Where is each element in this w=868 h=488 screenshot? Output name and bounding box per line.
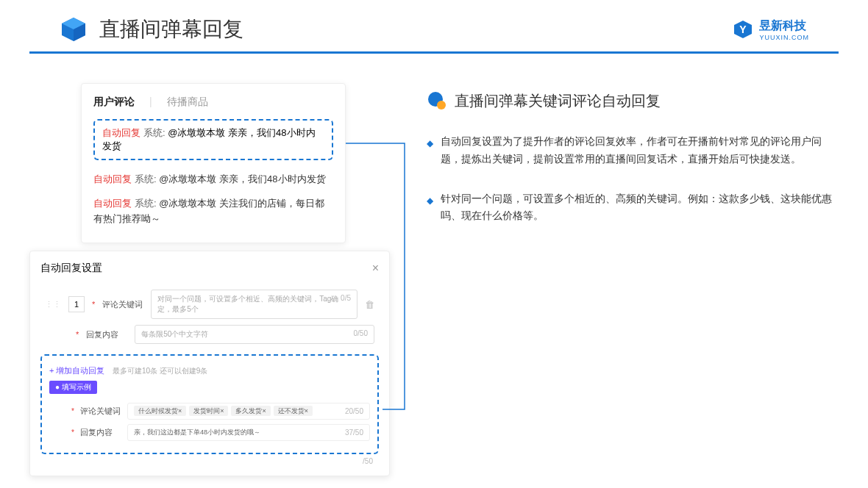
screenshot-panel: 用户评论 | 待播商品 自动回复系统: @冰墩墩本墩 亲亲，我们48小时内发货 … bbox=[29, 83, 397, 476]
example-keyword-input[interactable]: 什么时候发货×发货时间×多久发货×还不发货× 20/50 bbox=[127, 403, 370, 420]
auto-reply-tag: 自动回复 bbox=[93, 173, 132, 184]
comment-row: 自动回复系统: @冰墩墩本墩 关注我们的店铺，每日都有热门推荐呦～ bbox=[93, 192, 333, 232]
diamond-icon: ◆ bbox=[427, 136, 433, 168]
system-label: 系统: bbox=[135, 173, 157, 184]
settings-card: 自动回复设置 × ⋮⋮ 1 * 评论关键词 对同一个问题，可设置多个相近、高频的… bbox=[29, 251, 390, 476]
reply-input[interactable]: 每条限50个中文字符 0/50 bbox=[135, 325, 374, 344]
item-number: 1 bbox=[68, 296, 85, 312]
logo-icon: Y bbox=[733, 19, 753, 40]
required-star: * bbox=[71, 407, 74, 415]
example-reply-text: 亲，我们这边都是下单48小时内发货的哦～ bbox=[134, 428, 260, 437]
example-section: + 增加自动回复 最多可建10条 还可以创建9条 ● 填写示例 * 评论关键词 … bbox=[40, 354, 379, 454]
keyword-label: 评论关键词 bbox=[102, 299, 143, 310]
drag-handle-icon[interactable]: ⋮⋮ bbox=[45, 300, 61, 309]
bullet-point: ◆ 自动回复设置为了提升作者的评论回复效率，作者可在开播前针对常见的评论用户问题… bbox=[427, 133, 839, 168]
diamond-icon: ◆ bbox=[427, 193, 433, 226]
auto-reply-tag: 自动回复 bbox=[93, 198, 132, 209]
description-panel: 直播间弹幕关键词评论自动回复 ◆ 自动回复设置为了提升作者的评论回复效率，作者可… bbox=[427, 83, 839, 476]
bullet-point: ◆ 针对同一个问题，可设置多个相近的、高频的关键词。例如：这款多少钱、这块能优惠… bbox=[427, 190, 839, 226]
system-label: 系统: bbox=[135, 198, 157, 209]
comment-row: 自动回复系统: @冰墩墩本墩 亲亲，我们48小时内发货 bbox=[93, 168, 333, 192]
page-title: 直播间弹幕回复 bbox=[99, 15, 733, 43]
keyword-chip[interactable]: 发货时间× bbox=[189, 406, 228, 416]
auto-reply-tag: 自动回复 bbox=[102, 127, 140, 138]
bullet-text: 自动回复设置为了提升作者的评论回复效率，作者可在开播前针对常见的评论用户问题，提… bbox=[441, 133, 839, 168]
settings-title: 自动回复设置 bbox=[40, 262, 102, 275]
add-reply-hint: 最多可建10条 还可以创建9条 bbox=[113, 367, 207, 375]
required-star: * bbox=[71, 428, 74, 437]
add-reply-link[interactable]: + 增加自动回复 bbox=[49, 366, 104, 375]
char-counter: 0/50 bbox=[354, 329, 368, 340]
tab-user-comments[interactable]: 用户评论 bbox=[93, 96, 135, 109]
tab-divider: | bbox=[149, 96, 152, 109]
cube-icon bbox=[59, 15, 88, 44]
reply-label: 回复内容 bbox=[86, 329, 127, 340]
highlighted-comment: 自动回复系统: @冰墩墩本墩 亲亲，我们48小时内发货 bbox=[93, 119, 333, 160]
keyword-input[interactable]: 对同一个问题，可设置多个相近、高频的关键词，Tag确定，最多5个 0/5 bbox=[151, 290, 357, 319]
brand-logo: Y 昱新科技 YUUXIN.COM bbox=[733, 18, 809, 41]
example-reply-input[interactable]: 亲，我们这边都是下单48小时内发货的哦～ 37/50 bbox=[127, 424, 370, 441]
close-icon[interactable]: × bbox=[372, 262, 379, 275]
placeholder-text: 每条限50个中文字符 bbox=[141, 329, 208, 340]
char-counter: 37/50 bbox=[345, 428, 363, 437]
placeholder-text: 对同一个问题，可设置多个相近、高频的关键词，Tag确定，最多5个 bbox=[157, 294, 341, 315]
comment-card: 用户评论 | 待播商品 自动回复系统: @冰墩墩本墩 亲亲，我们48小时内发货 … bbox=[81, 83, 346, 243]
outer-counter: /50 bbox=[40, 454, 379, 465]
example-keyword-label: 评论关键词 bbox=[80, 406, 121, 417]
char-counter: 20/50 bbox=[345, 407, 363, 415]
example-reply-label: 回复内容 bbox=[80, 427, 121, 438]
bullet-text: 针对同一个问题，可设置多个相近的、高频的关键词。例如：这款多少钱、这块能优惠吗、… bbox=[441, 190, 839, 226]
svg-point-6 bbox=[437, 101, 446, 110]
logo-text: 昱新科技 bbox=[759, 18, 809, 34]
required-star: * bbox=[76, 330, 79, 339]
svg-text:Y: Y bbox=[740, 24, 747, 35]
keyword-chip[interactable]: 什么时候发货× bbox=[134, 406, 186, 416]
keyword-chip[interactable]: 还不发货× bbox=[274, 406, 313, 416]
char-counter: 0/5 bbox=[341, 294, 351, 315]
tab-pending-products[interactable]: 待播商品 bbox=[167, 96, 208, 109]
section-heading: 直播间弹幕关键词评论自动回复 bbox=[455, 91, 661, 111]
delete-icon[interactable]: 🗑 bbox=[365, 299, 374, 310]
example-badge: ● 填写示例 bbox=[49, 381, 97, 394]
chat-bubble-icon bbox=[427, 90, 447, 111]
required-star: * bbox=[92, 300, 95, 309]
system-label: 系统: bbox=[143, 127, 166, 138]
keyword-chip[interactable]: 多久发货× bbox=[231, 406, 270, 416]
logo-subtitle: YUUXIN.COM bbox=[759, 34, 809, 41]
comment-text: @冰墩墩本墩 亲亲，我们48小时内发货 bbox=[159, 173, 325, 184]
